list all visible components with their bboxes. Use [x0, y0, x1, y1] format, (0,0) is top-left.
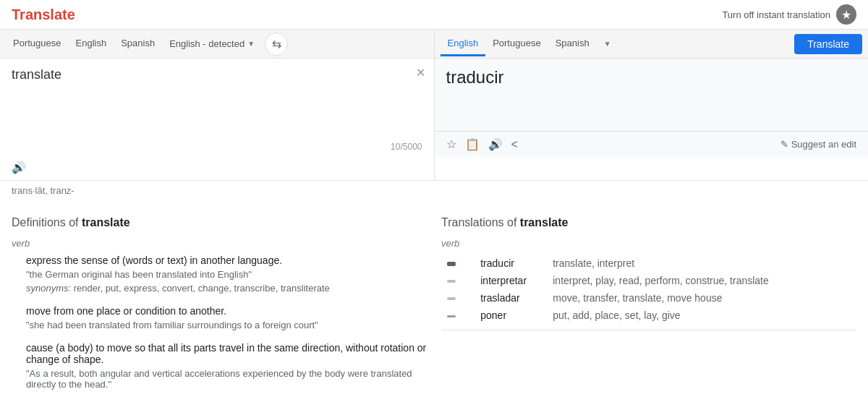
translation-word-3: trasladar	[475, 289, 547, 307]
star-button[interactable]: ★	[836, 4, 856, 25]
translation-meanings-2: interpret, play, read, perform, construe…	[547, 272, 856, 289]
translation-word-4: poner	[475, 307, 547, 324]
translations-table: traducir translate, interpret interpreta…	[441, 255, 856, 324]
bottom-content: Definitions of translate verb express th…	[0, 199, 868, 410]
app-logo: Translate	[12, 7, 75, 23]
translation-row-2[interactable]: interpretar interpret, play, read, perfo…	[441, 272, 856, 289]
translation-row-4[interactable]: poner put, add, place, set, lay, give	[441, 307, 856, 324]
char-count: 10/5000	[0, 139, 434, 155]
translation-meanings-1: translate, interpret	[547, 255, 856, 272]
frequency-indicator-4	[447, 315, 456, 317]
pencil-icon: ✎	[780, 139, 788, 150]
target-lang-english[interactable]: English	[441, 32, 486, 56]
source-input[interactable]: translate	[12, 67, 422, 128]
translations-title: Translations of translate	[441, 216, 856, 229]
target-lang-portuguese[interactable]: Portuguese	[485, 32, 548, 56]
translation-row-1[interactable]: traducir translate, interpret	[441, 255, 856, 272]
swap-languages-button[interactable]: ⇆	[265, 33, 288, 56]
definition-1-synonyms: synonyms: render, put, express, convert,…	[26, 283, 427, 294]
source-lang-english[interactable]: English	[69, 32, 114, 56]
target-lang-dropdown-arrow[interactable]: ▼	[604, 40, 611, 48]
translations-section: Translations of translate verb traducir …	[441, 216, 856, 401]
clear-button[interactable]: ✕	[416, 66, 425, 80]
instant-translation-toggle[interactable]: Turn off instant translation	[722, 9, 830, 20]
lang-dropdown-arrow: ▼	[247, 40, 255, 48]
suggest-edit-button[interactable]: ✎ Suggest an edit	[780, 139, 856, 150]
definition-3: cause (a body) to move so that all its p…	[12, 342, 427, 390]
definition-1-text: express the sense of (words or text) in …	[26, 255, 427, 266]
source-lang-portuguese[interactable]: Portuguese	[6, 32, 69, 56]
top-right-actions: Turn off instant translation ★	[722, 4, 856, 25]
translation-meanings-4: put, add, place, set, lay, give	[547, 307, 856, 324]
target-lang-bar: English Portuguese Spanish ▼ Translate	[435, 30, 869, 59]
share-translation-button[interactable]: <	[511, 138, 518, 151]
star-translation-button[interactable]: ☆	[446, 137, 456, 151]
translate-container: Portuguese English Spanish English - det…	[0, 30, 868, 181]
source-area: translate ✕	[0, 59, 434, 139]
frequency-indicator-1	[447, 262, 456, 266]
translation-row-3[interactable]: trasladar move, transfer, translate, mov…	[441, 289, 856, 307]
translations-pos: verb	[441, 238, 856, 249]
definition-3-example: "As a result, both angular and vertical …	[26, 368, 427, 390]
source-lang-spanish[interactable]: Spanish	[114, 32, 162, 56]
translation-word-1: traducir	[475, 255, 547, 272]
definitions-title: Definitions of translate	[12, 216, 427, 229]
source-actions: 🔊	[0, 155, 434, 180]
source-lang-detected[interactable]: English - detected ▼	[162, 33, 262, 55]
definition-1: express the sense of (words or text) in …	[12, 255, 427, 294]
definition-2-example: "she had been translated from familiar s…	[26, 320, 427, 330]
definition-3-text: cause (a body) to move so that all its p…	[26, 342, 427, 365]
right-panel: English Portuguese Spanish ▼ Translate t…	[435, 30, 869, 180]
translation-output: traducir	[435, 59, 869, 131]
target-lang-spanish[interactable]: Spanish	[548, 32, 597, 56]
translated-text: traducir	[446, 67, 857, 87]
phonetic: trans·lāt, tranz-	[0, 181, 868, 199]
top-bar: Translate Turn off instant translation ★	[0, 0, 868, 30]
source-lang-bar: Portuguese English Spanish English - det…	[0, 30, 434, 59]
translate-button[interactable]: Translate	[794, 34, 862, 54]
left-panel: Portuguese English Spanish English - det…	[0, 30, 435, 180]
copy-translation-button[interactable]: 📋	[465, 137, 480, 151]
listen-translation-button[interactable]: 🔊	[488, 137, 503, 151]
definition-1-example: "the German original has been translated…	[26, 269, 427, 280]
listen-source-button[interactable]: 🔊	[12, 161, 26, 174]
frequency-indicator-3	[447, 297, 456, 300]
translation-actions: ☆ 📋 🔊 < ✎ Suggest an edit	[435, 131, 869, 157]
definition-2: move from one place or condition to anot…	[12, 305, 427, 330]
definitions-pos: verb	[12, 238, 427, 249]
frequency-indicator-2	[447, 280, 456, 283]
definitions-section: Definitions of translate verb express th…	[12, 216, 427, 401]
definition-2-text: move from one place or condition to anot…	[26, 305, 427, 317]
translation-meanings-3: move, transfer, translate, move house	[547, 289, 856, 307]
translation-word-2: interpretar	[475, 272, 547, 289]
